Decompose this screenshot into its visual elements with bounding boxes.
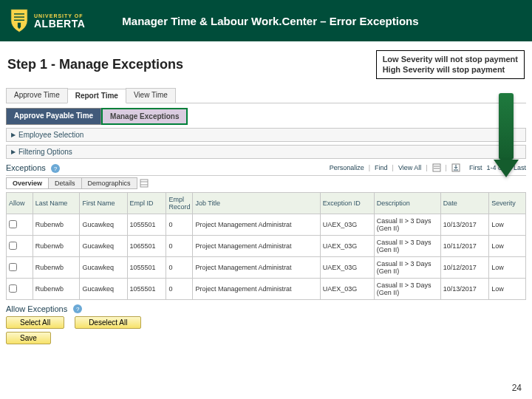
cell-exception-id: UAEX_03G — [320, 257, 374, 279]
allow-checkbox[interactable] — [9, 220, 17, 228]
save-button[interactable]: Save — [6, 332, 51, 344]
cell-exception-id: UAEX_03G — [320, 214, 374, 236]
svg-rect-0 — [14, 13, 24, 14]
cell-empl-record: 0 — [166, 214, 193, 236]
note-line-1: Low Severity will not stop payment — [383, 54, 518, 64]
tab-report-time[interactable]: Report Time — [67, 89, 126, 103]
cell-job-title: Project Management Administrat — [193, 279, 320, 300]
cell-severity: Low — [489, 257, 526, 279]
cell-description: Casual II > 3 Days (Gen II) — [374, 279, 440, 300]
section-filtering-options[interactable]: ▶ Filtering Options — [6, 145, 526, 159]
svg-rect-2 — [14, 20, 24, 21]
exceptions-title-text: Exceptions — [6, 163, 46, 172]
help-icon[interactable]: ? — [51, 164, 60, 173]
exceptions-table: Allow Last Name First Name Empl ID Empl … — [6, 192, 526, 300]
cell-empl-id: 1065501 — [127, 236, 166, 257]
tab-view-time[interactable]: View Time — [126, 88, 176, 103]
cell-first-name: Gucawkeq — [80, 214, 127, 236]
cell-severity: Low — [489, 236, 526, 257]
cell-description: Casual II > 3 Days (Gen II) — [374, 236, 440, 257]
cell-last-name: Rubenwb — [33, 279, 80, 300]
cell-exception-id: UAEX_03G — [320, 236, 374, 257]
cell-last-name: Rubenwb — [33, 236, 80, 257]
find-link[interactable]: Find — [375, 164, 388, 171]
col-empl-record[interactable]: Empl Record — [166, 193, 193, 214]
cell-empl-id: 1055501 — [127, 257, 166, 279]
exceptions-title: Exceptions ? — [6, 163, 330, 174]
section-label: Filtering Options — [18, 148, 72, 156]
svg-rect-5 — [140, 180, 148, 187]
subtab-manage-exceptions[interactable]: Manage Exceptions — [101, 108, 188, 125]
chevron-right-icon: ▶ — [11, 149, 16, 155]
deselect-all-button[interactable]: Deselect All — [75, 316, 141, 329]
allow-checkbox[interactable] — [9, 242, 17, 250]
table-row: RubenwbGucawkeq10555010Project Managemen… — [7, 214, 526, 236]
personalize-link[interactable]: Personalize — [330, 164, 364, 171]
cell-empl-record: 0 — [166, 236, 193, 257]
cell-job-title: Project Management Administrat — [193, 236, 320, 257]
cell-description: Casual II > 3 Days (Gen II) — [374, 257, 440, 279]
cell-first-name: Gucawkeq — [80, 236, 127, 257]
shield-icon — [9, 8, 30, 33]
help-icon[interactable]: ? — [73, 304, 82, 313]
inner-tab-overview[interactable]: Overview — [6, 177, 49, 189]
cell-first-name: Gucawkeq — [80, 257, 127, 279]
table-row: RubenwbGucawkeq10555010Project Managemen… — [7, 257, 526, 279]
col-allow[interactable]: Allow — [7, 193, 33, 214]
cell-last-name: Rubenwb — [33, 214, 80, 236]
cell-job-title: Project Management Administrat — [193, 257, 320, 279]
col-job-title[interactable]: Job Title — [193, 193, 320, 214]
primary-tabs: Approve Time Report Time View Time — [6, 88, 526, 103]
cell-severity: Low — [489, 279, 526, 300]
emphasis-arrow-icon — [494, 93, 519, 182]
cell-empl-id: 1055501 — [127, 214, 166, 236]
cell-empl-id: 1055501 — [127, 279, 166, 300]
sub-tabs: Approve Payable Time Manage Exceptions — [6, 108, 526, 125]
logo-text-bottom: ALBERTA — [34, 18, 85, 29]
pager-first[interactable]: First — [469, 164, 482, 171]
allow-exceptions-text: Allow Exceptions — [6, 304, 67, 313]
cell-description: Casual II > 3 Days (Gen II) — [374, 214, 440, 236]
allow-exceptions-title: Allow Exceptions ? — [6, 304, 526, 313]
inner-tab-demographics[interactable]: Demographics — [81, 177, 137, 189]
cell-date: 10/12/2017 — [440, 257, 488, 279]
col-severity[interactable]: Severity — [489, 193, 526, 214]
university-logo: UNIVERSITY OF ALBERTA — [9, 8, 85, 33]
subtab-approve-payable[interactable]: Approve Payable Time — [6, 108, 101, 125]
note-line-2: High Severity will stop payment — [383, 64, 518, 75]
col-description[interactable]: Description — [374, 193, 440, 214]
select-all-button[interactable]: Select All — [6, 316, 64, 329]
cell-date: 10/13/2017 — [440, 279, 488, 300]
cell-severity: Low — [489, 214, 526, 236]
cell-exception-id: UAEX_03G — [320, 279, 374, 300]
top-banner: UNIVERSITY OF ALBERTA Manager Time & Lab… — [0, 0, 532, 41]
cell-date: 10/13/2017 — [440, 214, 488, 236]
section-employee-selection[interactable]: ▶ Employee Selection — [6, 128, 526, 142]
cell-empl-record: 0 — [166, 257, 193, 279]
col-exception-id[interactable]: Exception ID — [320, 193, 374, 214]
zoom-icon[interactable] — [432, 163, 441, 172]
download-icon[interactable] — [451, 163, 460, 172]
inner-tab-details[interactable]: Details — [48, 177, 82, 189]
table-row: RubenwbGucawkeq10655010Project Managemen… — [7, 236, 526, 257]
cell-job-title: Project Management Administrat — [193, 214, 320, 236]
allow-checkbox[interactable] — [9, 284, 17, 293]
banner-title: Manager Time & Labour Work.Center – Erro… — [122, 15, 418, 27]
col-last-name[interactable]: Last Name — [33, 193, 80, 214]
severity-note: Low Severity will not stop payment High … — [376, 50, 525, 79]
allow-checkbox[interactable] — [9, 263, 17, 271]
step-title: Step 1 - Manage Exceptions — [7, 57, 358, 72]
table-header-row: Allow Last Name First Name Empl ID Empl … — [7, 193, 526, 214]
expand-icon[interactable] — [140, 179, 149, 188]
cell-date: 10/11/2017 — [440, 236, 488, 257]
cell-last-name: Rubenwb — [33, 257, 80, 279]
col-empl-id[interactable]: Empl ID — [127, 193, 166, 214]
tab-approve-time[interactable]: Approve Time — [6, 88, 68, 103]
col-date[interactable]: Date — [440, 193, 488, 214]
view-all-link[interactable]: View All — [398, 164, 421, 171]
chevron-right-icon: ▶ — [11, 132, 16, 138]
section-label: Employee Selection — [18, 131, 83, 139]
svg-rect-1 — [14, 16, 24, 17]
col-first-name[interactable]: First Name — [80, 193, 127, 214]
cell-first-name: Gucawkeq — [80, 279, 127, 300]
